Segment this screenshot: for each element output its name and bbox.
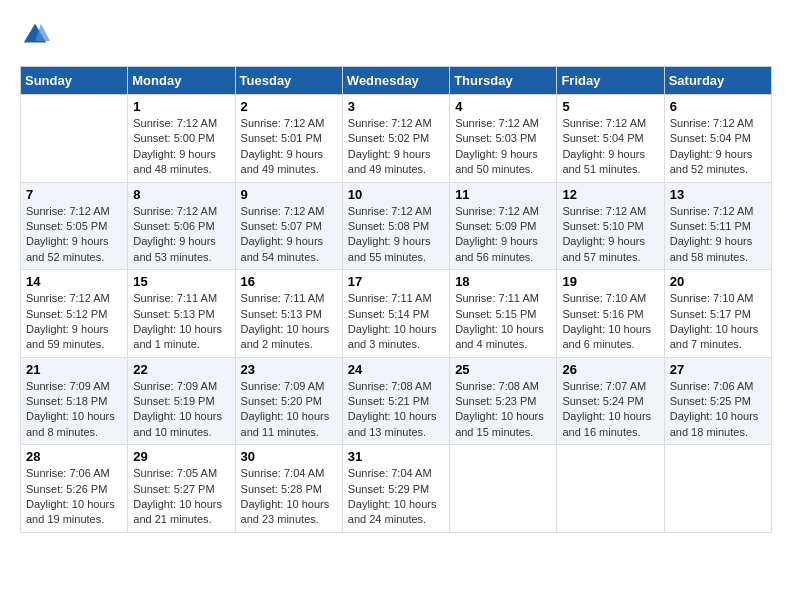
calendar-day: 16 Sunrise: 7:11 AM Sunset: 5:13 PM Dayl… xyxy=(235,270,342,358)
sunrise: Sunrise: 7:04 AM xyxy=(348,467,432,479)
sunrise: Sunrise: 7:12 AM xyxy=(670,205,754,217)
calendar-week-5: 28 Sunrise: 7:06 AM Sunset: 5:26 PM Dayl… xyxy=(21,445,772,533)
sunset: Sunset: 5:25 PM xyxy=(670,395,751,407)
day-number: 28 xyxy=(26,449,122,464)
sunrise: Sunrise: 7:09 AM xyxy=(133,380,217,392)
day-number: 14 xyxy=(26,274,122,289)
sunset: Sunset: 5:06 PM xyxy=(133,220,214,232)
daylight: Daylight: 9 hours and 51 minutes. xyxy=(562,148,645,175)
day-number: 10 xyxy=(348,187,444,202)
day-info: Sunrise: 7:09 AM Sunset: 5:19 PM Dayligh… xyxy=(133,379,229,441)
logo xyxy=(20,20,54,50)
sunset: Sunset: 5:02 PM xyxy=(348,132,429,144)
day-info: Sunrise: 7:07 AM Sunset: 5:24 PM Dayligh… xyxy=(562,379,658,441)
calendar-day: 12 Sunrise: 7:12 AM Sunset: 5:10 PM Dayl… xyxy=(557,182,664,270)
calendar-day: 5 Sunrise: 7:12 AM Sunset: 5:04 PM Dayli… xyxy=(557,95,664,183)
day-info: Sunrise: 7:12 AM Sunset: 5:09 PM Dayligh… xyxy=(455,204,551,266)
day-number: 21 xyxy=(26,362,122,377)
sunset: Sunset: 5:21 PM xyxy=(348,395,429,407)
day-info: Sunrise: 7:12 AM Sunset: 5:06 PM Dayligh… xyxy=(133,204,229,266)
day-number: 12 xyxy=(562,187,658,202)
daylight: Daylight: 9 hours and 55 minutes. xyxy=(348,235,431,262)
day-info: Sunrise: 7:08 AM Sunset: 5:21 PM Dayligh… xyxy=(348,379,444,441)
day-info: Sunrise: 7:10 AM Sunset: 5:16 PM Dayligh… xyxy=(562,291,658,353)
calendar-day: 6 Sunrise: 7:12 AM Sunset: 5:04 PM Dayli… xyxy=(664,95,771,183)
calendar-day: 22 Sunrise: 7:09 AM Sunset: 5:19 PM Dayl… xyxy=(128,357,235,445)
day-number: 3 xyxy=(348,99,444,114)
calendar-day: 4 Sunrise: 7:12 AM Sunset: 5:03 PM Dayli… xyxy=(450,95,557,183)
header-thursday: Thursday xyxy=(450,67,557,95)
day-info: Sunrise: 7:11 AM Sunset: 5:15 PM Dayligh… xyxy=(455,291,551,353)
daylight: Daylight: 9 hours and 52 minutes. xyxy=(26,235,109,262)
sunset: Sunset: 5:15 PM xyxy=(455,308,536,320)
calendar-day: 1 Sunrise: 7:12 AM Sunset: 5:00 PM Dayli… xyxy=(128,95,235,183)
day-info: Sunrise: 7:05 AM Sunset: 5:27 PM Dayligh… xyxy=(133,466,229,528)
calendar-day: 30 Sunrise: 7:04 AM Sunset: 5:28 PM Dayl… xyxy=(235,445,342,533)
day-number: 2 xyxy=(241,99,337,114)
calendar-day: 10 Sunrise: 7:12 AM Sunset: 5:08 PM Dayl… xyxy=(342,182,449,270)
daylight: Daylight: 10 hours and 10 minutes. xyxy=(133,410,222,437)
sunset: Sunset: 5:29 PM xyxy=(348,483,429,495)
day-number: 20 xyxy=(670,274,766,289)
calendar-day: 29 Sunrise: 7:05 AM Sunset: 5:27 PM Dayl… xyxy=(128,445,235,533)
sunset: Sunset: 5:27 PM xyxy=(133,483,214,495)
sunset: Sunset: 5:09 PM xyxy=(455,220,536,232)
day-number: 26 xyxy=(562,362,658,377)
sunrise: Sunrise: 7:10 AM xyxy=(670,292,754,304)
daylight: Daylight: 10 hours and 19 minutes. xyxy=(26,498,115,525)
calendar-day: 23 Sunrise: 7:09 AM Sunset: 5:20 PM Dayl… xyxy=(235,357,342,445)
sunrise: Sunrise: 7:04 AM xyxy=(241,467,325,479)
day-number: 22 xyxy=(133,362,229,377)
day-info: Sunrise: 7:12 AM Sunset: 5:01 PM Dayligh… xyxy=(241,116,337,178)
daylight: Daylight: 9 hours and 57 minutes. xyxy=(562,235,645,262)
sunrise: Sunrise: 7:12 AM xyxy=(455,205,539,217)
sunrise: Sunrise: 7:07 AM xyxy=(562,380,646,392)
day-number: 15 xyxy=(133,274,229,289)
sunrise: Sunrise: 7:12 AM xyxy=(133,205,217,217)
sunset: Sunset: 5:24 PM xyxy=(562,395,643,407)
sunrise: Sunrise: 7:12 AM xyxy=(562,117,646,129)
sunrise: Sunrise: 7:12 AM xyxy=(455,117,539,129)
header-friday: Friday xyxy=(557,67,664,95)
calendar-week-1: 1 Sunrise: 7:12 AM Sunset: 5:00 PM Dayli… xyxy=(21,95,772,183)
day-info: Sunrise: 7:10 AM Sunset: 5:17 PM Dayligh… xyxy=(670,291,766,353)
sunrise: Sunrise: 7:12 AM xyxy=(670,117,754,129)
day-number: 18 xyxy=(455,274,551,289)
day-number: 11 xyxy=(455,187,551,202)
daylight: Daylight: 9 hours and 49 minutes. xyxy=(241,148,324,175)
daylight: Daylight: 10 hours and 23 minutes. xyxy=(241,498,330,525)
day-number: 31 xyxy=(348,449,444,464)
daylight: Daylight: 10 hours and 2 minutes. xyxy=(241,323,330,350)
calendar-day: 31 Sunrise: 7:04 AM Sunset: 5:29 PM Dayl… xyxy=(342,445,449,533)
sunset: Sunset: 5:19 PM xyxy=(133,395,214,407)
calendar-day xyxy=(21,95,128,183)
sunrise: Sunrise: 7:09 AM xyxy=(241,380,325,392)
day-info: Sunrise: 7:06 AM Sunset: 5:25 PM Dayligh… xyxy=(670,379,766,441)
calendar-week-4: 21 Sunrise: 7:09 AM Sunset: 5:18 PM Dayl… xyxy=(21,357,772,445)
day-number: 4 xyxy=(455,99,551,114)
sunset: Sunset: 5:17 PM xyxy=(670,308,751,320)
sunset: Sunset: 5:00 PM xyxy=(133,132,214,144)
day-info: Sunrise: 7:12 AM Sunset: 5:08 PM Dayligh… xyxy=(348,204,444,266)
calendar-day: 27 Sunrise: 7:06 AM Sunset: 5:25 PM Dayl… xyxy=(664,357,771,445)
day-number: 24 xyxy=(348,362,444,377)
day-info: Sunrise: 7:08 AM Sunset: 5:23 PM Dayligh… xyxy=(455,379,551,441)
calendar: SundayMondayTuesdayWednesdayThursdayFrid… xyxy=(20,66,772,533)
daylight: Daylight: 10 hours and 13 minutes. xyxy=(348,410,437,437)
day-info: Sunrise: 7:11 AM Sunset: 5:13 PM Dayligh… xyxy=(241,291,337,353)
day-info: Sunrise: 7:12 AM Sunset: 5:07 PM Dayligh… xyxy=(241,204,337,266)
calendar-header-row: SundayMondayTuesdayWednesdayThursdayFrid… xyxy=(21,67,772,95)
sunrise: Sunrise: 7:12 AM xyxy=(241,205,325,217)
sunrise: Sunrise: 7:11 AM xyxy=(133,292,217,304)
daylight: Daylight: 9 hours and 50 minutes. xyxy=(455,148,538,175)
calendar-day: 11 Sunrise: 7:12 AM Sunset: 5:09 PM Dayl… xyxy=(450,182,557,270)
day-info: Sunrise: 7:12 AM Sunset: 5:03 PM Dayligh… xyxy=(455,116,551,178)
sunset: Sunset: 5:10 PM xyxy=(562,220,643,232)
calendar-day: 24 Sunrise: 7:08 AM Sunset: 5:21 PM Dayl… xyxy=(342,357,449,445)
calendar-day: 21 Sunrise: 7:09 AM Sunset: 5:18 PM Dayl… xyxy=(21,357,128,445)
day-info: Sunrise: 7:06 AM Sunset: 5:26 PM Dayligh… xyxy=(26,466,122,528)
calendar-day: 13 Sunrise: 7:12 AM Sunset: 5:11 PM Dayl… xyxy=(664,182,771,270)
calendar-day xyxy=(450,445,557,533)
sunrise: Sunrise: 7:11 AM xyxy=(241,292,325,304)
calendar-day: 7 Sunrise: 7:12 AM Sunset: 5:05 PM Dayli… xyxy=(21,182,128,270)
